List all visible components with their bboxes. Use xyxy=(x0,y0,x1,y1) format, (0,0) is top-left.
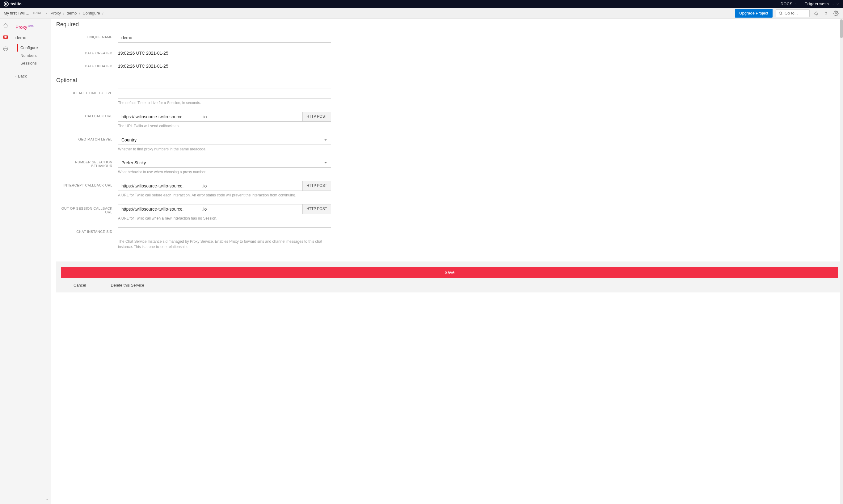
hint-nsb: What behavior to use when choosing a pro… xyxy=(118,169,331,175)
icon-rail xyxy=(0,19,11,504)
account-menu[interactable]: Triggermesh ... xyxy=(805,2,839,6)
svg-line-12 xyxy=(817,14,818,15)
svg-line-13 xyxy=(815,14,815,15)
proxy-icon[interactable] xyxy=(3,34,8,40)
http-method-badge: HTTP POST xyxy=(303,112,331,122)
hint-ttl: The default Time to Live for a Session, … xyxy=(118,101,331,106)
label-oos: OUT OF SESSION CALLBACK URL xyxy=(56,204,118,214)
svg-point-15 xyxy=(826,14,826,15)
more-icon[interactable] xyxy=(3,46,8,52)
hint-oos: A URL for Twilio call when a new Interac… xyxy=(118,216,331,221)
hint-chat: The Chat Service Instance sid managed by… xyxy=(118,239,331,250)
svg-point-0 xyxy=(5,3,6,3)
svg-line-11 xyxy=(815,12,815,12)
label-callback: CALLBACK URL xyxy=(56,112,118,118)
sidebar-service-name[interactable]: demo xyxy=(15,35,51,40)
scrollbar[interactable] xyxy=(840,19,843,504)
debug-icon[interactable] xyxy=(813,10,820,17)
chevron-down-icon[interactable] xyxy=(44,12,48,15)
section-required: Required xyxy=(56,21,421,28)
svg-point-1 xyxy=(6,3,7,3)
geo-match-select[interactable]: Country xyxy=(118,135,331,145)
svg-point-6 xyxy=(815,12,818,15)
intercept-url-input[interactable]: https://twiliosource-twilio-source..io xyxy=(118,181,303,191)
chat-sid-input[interactable] xyxy=(118,227,331,237)
redacted xyxy=(184,115,202,119)
sidebar-back-link[interactable]: ‹ Back xyxy=(15,74,51,78)
ttl-input[interactable] xyxy=(118,89,331,98)
save-button[interactable]: Save xyxy=(61,267,838,278)
label-ttl: DEFAULT TIME TO LIVE xyxy=(56,89,118,95)
sidebar-collapse-icon[interactable]: « xyxy=(46,497,49,502)
home-icon[interactable] xyxy=(3,22,8,28)
twilio-logo-icon xyxy=(4,2,8,6)
main-content: Required UNIQUE NAME DATE CREATED 19:02:… xyxy=(51,19,843,504)
label-date-created: DATE CREATED xyxy=(56,49,118,55)
label-date-updated: DATE UPDATED xyxy=(56,62,118,68)
oos-url-input[interactable]: https://twiliosource-twilio-source..io xyxy=(118,204,303,214)
http-method-badge: HTTP POST xyxy=(303,204,331,214)
breadcrumb-item[interactable]: Proxy xyxy=(51,11,61,15)
logo[interactable]: twilio xyxy=(4,2,22,6)
hint-geo: Whether to find proxy numbers in the sam… xyxy=(118,147,331,152)
delete-service-link[interactable]: Delete this Service xyxy=(111,283,144,288)
date-updated-value: 19:02:26 UTC 2021-01-25 xyxy=(118,62,331,69)
redacted xyxy=(184,207,202,211)
help-icon[interactable] xyxy=(823,10,829,17)
project-name[interactable]: My first Twilio... xyxy=(4,11,30,15)
label-intercept: INTERCEPT CALLBACK URL xyxy=(56,181,118,187)
scrollbar-thumb[interactable] xyxy=(840,19,843,38)
cancel-link[interactable]: Cancel xyxy=(73,283,86,288)
logo-text: twilio xyxy=(11,2,22,6)
label-nsb: NUMBER SELECTION BEHAVIOUR xyxy=(56,158,118,168)
search-input[interactable] xyxy=(785,11,806,15)
breadcrumb: Proxy / demo / Configure / xyxy=(51,11,105,15)
subbar: My first Twilio... TRIAL Proxy / demo / … xyxy=(0,8,843,19)
redacted xyxy=(184,184,202,188)
settings-icon[interactable] xyxy=(832,10,839,17)
date-created-value: 19:02:26 UTC 2021-01-25 xyxy=(118,49,331,56)
svg-point-4 xyxy=(779,12,782,14)
sidebar-title[interactable]: ProxyBeta xyxy=(15,24,51,30)
chevron-down-icon xyxy=(836,2,839,5)
docs-link[interactable]: DOCS xyxy=(781,2,797,6)
http-method-badge: HTTP POST xyxy=(303,181,331,191)
search-icon xyxy=(778,11,783,15)
label-chat: CHAT INSTANCE SID xyxy=(56,227,118,233)
svg-point-21 xyxy=(4,49,5,49)
search-box[interactable] xyxy=(776,9,810,17)
callback-url-input[interactable]: https://twiliosource-twilio-source..io xyxy=(118,112,303,122)
hint-callback: The URL Twilio will send callbacks to. xyxy=(118,124,331,129)
section-optional: Optional xyxy=(56,77,421,84)
sidebar-item-sessions[interactable]: Sessions xyxy=(17,59,51,67)
chevron-down-icon xyxy=(794,2,797,5)
label-geo: GEO MATCH LEVEL xyxy=(56,135,118,141)
svg-point-3 xyxy=(6,4,7,5)
trial-badge: TRIAL xyxy=(32,12,42,15)
sidebar-item-configure[interactable]: Configure xyxy=(17,44,51,52)
beta-badge: Beta xyxy=(28,24,34,28)
svg-point-16 xyxy=(835,12,837,14)
sidebar-item-numbers[interactable]: Numbers xyxy=(17,52,51,59)
svg-point-23 xyxy=(6,49,7,49)
footer-bar: Save Cancel Delete this Service xyxy=(56,262,843,292)
sidebar: ProxyBeta demo Configure Numbers Session… xyxy=(11,19,51,504)
breadcrumb-item[interactable]: Configure xyxy=(83,11,100,15)
svg-point-22 xyxy=(5,49,6,49)
breadcrumb-item[interactable]: demo xyxy=(67,11,77,15)
upgrade-project-button[interactable]: Upgrade Project xyxy=(735,8,773,18)
hint-intercept: A URL for Twilio call before each Intera… xyxy=(118,193,331,198)
svg-point-2 xyxy=(5,4,6,5)
label-unique-name: UNIQUE NAME xyxy=(56,33,118,39)
number-selection-select[interactable]: Prefer Sticky xyxy=(118,158,331,168)
topbar: twilio DOCS Triggermesh ... xyxy=(0,0,843,8)
svg-line-5 xyxy=(782,14,783,15)
svg-line-14 xyxy=(817,12,818,12)
unique-name-input[interactable] xyxy=(118,33,331,42)
